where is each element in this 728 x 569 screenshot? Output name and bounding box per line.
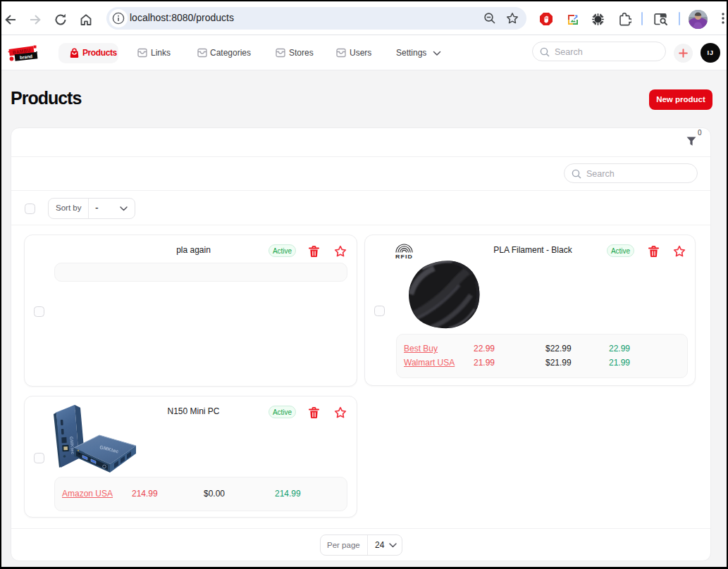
svg-text:RFID: RFID (395, 254, 413, 259)
